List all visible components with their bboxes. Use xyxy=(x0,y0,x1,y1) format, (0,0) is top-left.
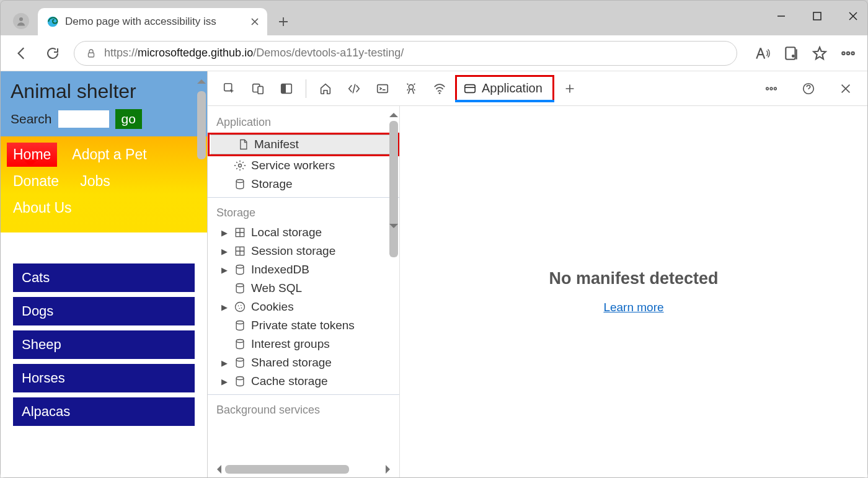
page-content: Animal shelter Search go Home Adopt a Pe… xyxy=(1,71,207,477)
svg-point-27 xyxy=(236,284,244,287)
sidebar-item-cookies[interactable]: ▶Cookies xyxy=(208,298,399,316)
read-aloud-button[interactable] xyxy=(755,45,771,61)
devtools-toolbar: Application xyxy=(208,71,867,106)
collections-button[interactable] xyxy=(783,45,799,61)
sidebar-item-private-state-tokens[interactable]: Private state tokens xyxy=(208,316,399,335)
sources-tab-icon[interactable] xyxy=(398,76,424,101)
svg-rect-17 xyxy=(465,84,476,92)
page-title: Animal shelter xyxy=(11,80,197,103)
sidebar-item-shared-storage[interactable]: ▶Shared storage xyxy=(208,353,399,372)
svg-point-7 xyxy=(847,51,849,54)
svg-point-22 xyxy=(239,164,242,167)
animal-dogs[interactable]: Dogs xyxy=(13,297,195,325)
browser-tab[interactable]: Demo page with accessibility iss xyxy=(38,8,267,35)
welcome-tab-icon[interactable] xyxy=(312,76,339,101)
favorites-button[interactable] xyxy=(812,45,828,61)
sidebar-item-cache-storage[interactable]: ▶Cache storage xyxy=(208,372,399,391)
browser-toolbar: https://microsoftedge.github.io/Demos/de… xyxy=(1,35,867,71)
database-icon xyxy=(234,178,246,190)
page-scrollbar[interactable] xyxy=(197,75,206,465)
svg-point-6 xyxy=(842,51,844,54)
sidebar-item-storage[interactable]: Storage xyxy=(208,175,399,193)
no-manifest-message: No manifest detected xyxy=(549,269,718,288)
new-tab-button[interactable] xyxy=(272,11,294,33)
help-icon[interactable] xyxy=(795,76,822,101)
refresh-button[interactable] xyxy=(43,43,63,63)
svg-point-29 xyxy=(238,306,239,307)
close-button[interactable] xyxy=(844,7,862,25)
svg-rect-14 xyxy=(378,84,388,92)
svg-rect-13 xyxy=(281,84,285,93)
animal-cats[interactable]: Cats xyxy=(13,263,195,292)
nav-about[interactable]: About Us xyxy=(7,196,78,220)
application-icon xyxy=(463,82,477,95)
tab-close-icon[interactable] xyxy=(250,17,260,27)
sidebar-item-indexeddb[interactable]: ▶IndexedDB xyxy=(208,260,399,279)
device-emulation-icon[interactable] xyxy=(245,76,271,101)
window-controls xyxy=(772,7,862,25)
console-tab-icon[interactable] xyxy=(370,76,396,101)
back-button[interactable] xyxy=(12,43,32,63)
more-button[interactable] xyxy=(840,45,856,61)
svg-point-36 xyxy=(236,377,244,380)
svg-point-16 xyxy=(439,92,441,94)
search-go-button[interactable]: go xyxy=(115,109,142,129)
animal-alpacas[interactable]: Alpacas xyxy=(13,397,195,426)
database-icon xyxy=(234,375,246,387)
svg-rect-3 xyxy=(89,53,94,57)
animal-horses[interactable]: Horses xyxy=(13,364,195,392)
dock-side-icon[interactable] xyxy=(273,76,299,101)
devtools-panel: Application Application Manif xyxy=(207,71,867,477)
svg-point-31 xyxy=(239,308,240,309)
sidebar-item-local-storage[interactable]: ▶Local storage xyxy=(208,223,399,242)
nav-adopt[interactable]: Adopt a Pet xyxy=(66,143,153,167)
group-storage: Storage xyxy=(208,201,399,223)
svg-rect-2 xyxy=(813,12,821,20)
svg-point-28 xyxy=(236,303,245,312)
database-icon xyxy=(234,282,246,294)
sidebar-scrollbar[interactable] xyxy=(389,108,398,257)
maximize-button[interactable] xyxy=(808,7,826,25)
cookie-icon xyxy=(234,301,246,313)
svg-rect-11 xyxy=(258,86,263,94)
svg-point-18 xyxy=(766,87,769,90)
svg-point-15 xyxy=(409,84,413,89)
nav-jobs[interactable]: Jobs xyxy=(74,169,117,193)
nav-home[interactable]: Home xyxy=(7,143,57,167)
database-icon xyxy=(234,356,246,369)
minimize-button[interactable] xyxy=(772,7,790,25)
sidebar-item-manifest[interactable]: Manifest xyxy=(211,135,396,154)
devtools-more-icon[interactable] xyxy=(758,76,784,101)
application-tab-label: Application xyxy=(482,81,542,95)
page-nav: Home Adopt a Pet Donate Jobs About Us xyxy=(1,136,207,232)
devtools-close-icon[interactable] xyxy=(833,76,859,101)
svg-point-33 xyxy=(236,321,244,324)
elements-tab-icon[interactable] xyxy=(341,76,367,101)
sidebar-item-interest-groups[interactable]: Interest groups xyxy=(208,335,399,353)
svg-point-8 xyxy=(851,51,854,54)
search-label: Search xyxy=(11,112,52,126)
browser-title-bar: Demo page with accessibility iss xyxy=(1,1,867,35)
svg-rect-4 xyxy=(786,47,795,60)
network-tab-icon[interactable] xyxy=(427,76,453,101)
animal-sheep[interactable]: Sheep xyxy=(13,330,195,359)
svg-point-30 xyxy=(241,305,242,306)
profile-button[interactable] xyxy=(13,13,29,29)
sidebar-item-session-storage[interactable]: ▶Session storage xyxy=(208,242,399,260)
learn-more-link[interactable]: Learn more xyxy=(603,301,663,314)
sidebar-hscrollbar[interactable] xyxy=(213,465,394,474)
lock-icon xyxy=(86,48,97,59)
application-main: No manifest detected Learn more xyxy=(400,106,867,477)
sidebar-item-websql[interactable]: Web SQL xyxy=(208,279,399,298)
search-input[interactable] xyxy=(58,110,109,128)
application-sidebar: Application Manifest Service workers xyxy=(208,106,400,477)
more-tabs-button[interactable] xyxy=(557,76,583,101)
address-bar[interactable]: https://microsoftedge.github.io/Demos/de… xyxy=(74,41,737,66)
sidebar-item-service-workers[interactable]: Service workers xyxy=(208,156,399,175)
inspect-element-icon[interactable] xyxy=(216,76,242,101)
database-icon xyxy=(234,338,246,350)
url-text: https://microsoftedge.github.io/Demos/de… xyxy=(104,46,404,60)
application-tab[interactable]: Application xyxy=(455,75,554,102)
grid-icon xyxy=(234,245,246,257)
manifest-icon xyxy=(237,138,249,151)
